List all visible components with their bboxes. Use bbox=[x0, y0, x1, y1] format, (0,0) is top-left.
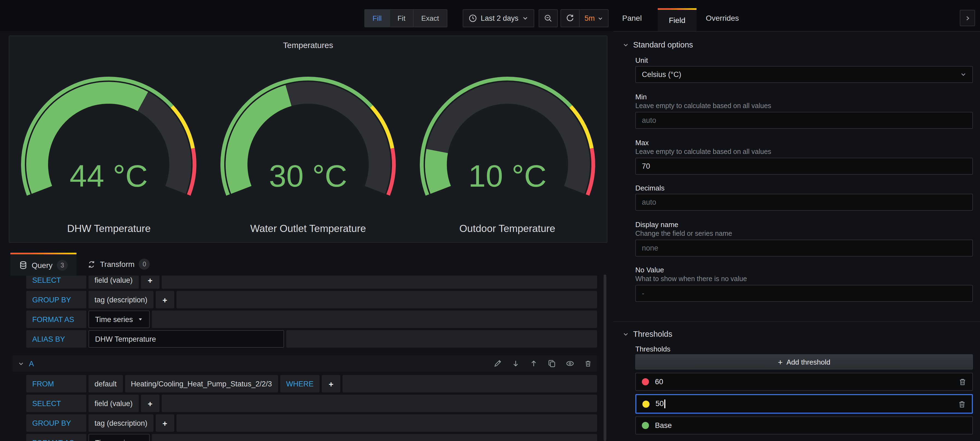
select-field-part[interactable]: field (value) bbox=[89, 395, 139, 412]
temperatures-panel: Temperatures 44 °C DHW Temperature 30 °C… bbox=[9, 35, 608, 243]
add-threshold-button[interactable]: + Add threshold bbox=[635, 354, 973, 370]
display-mode-exact[interactable]: Exact bbox=[414, 10, 447, 27]
row-filler bbox=[162, 395, 597, 412]
query-a-header[interactable]: A bbox=[13, 355, 597, 372]
min-input[interactable] bbox=[635, 112, 973, 129]
add-group-by-part-button[interactable]: + bbox=[156, 414, 174, 432]
threshold-color-dot[interactable] bbox=[642, 422, 649, 429]
row-filler bbox=[152, 311, 597, 328]
tab-panel[interactable]: Panel bbox=[622, 9, 642, 27]
format-as-value: Time series bbox=[95, 439, 133, 441]
gauge-water-outlet: 30 °C Water Outlet Temperature bbox=[208, 69, 407, 235]
unit-label: Unit bbox=[635, 56, 648, 64]
tab-overrides[interactable]: Overrides bbox=[706, 9, 739, 27]
clock-icon bbox=[469, 14, 477, 22]
alias-by-keyword: ALIAS BY bbox=[26, 330, 86, 348]
tab-transform[interactable]: Transform 0 bbox=[88, 253, 150, 276]
transform-tab-label: Transform bbox=[100, 260, 135, 268]
time-range-picker[interactable]: Last 2 days bbox=[463, 9, 534, 27]
datasource-policy[interactable]: default bbox=[89, 375, 123, 392]
eye-icon[interactable] bbox=[566, 360, 574, 367]
text-cursor bbox=[664, 400, 665, 408]
section-divider bbox=[614, 322, 980, 322]
add-select-part-button[interactable]: + bbox=[141, 276, 159, 289]
query-row-format-as: FORMAT AS Time series bbox=[26, 311, 597, 328]
add-threshold-label: Add threshold bbox=[787, 358, 830, 366]
measurement[interactable]: Heating/Cooling_Heat_Pump_Status_2/2/3 bbox=[125, 375, 278, 392]
zoom-out-button[interactable] bbox=[539, 9, 558, 27]
chevron-down-icon bbox=[623, 42, 629, 48]
gauges-row: 44 °C DHW Temperature 30 °C Water Outlet… bbox=[9, 69, 607, 235]
gauge-arc: 10 °C bbox=[409, 69, 606, 222]
arrow-down-icon[interactable] bbox=[512, 360, 520, 367]
decimals-input[interactable] bbox=[635, 194, 973, 211]
threshold-value-input[interactable]: 50 bbox=[655, 400, 665, 409]
format-as-keyword: FORMAT AS bbox=[26, 434, 86, 441]
add-where-condition-button[interactable]: + bbox=[322, 375, 340, 392]
gauge-value: 10 °C bbox=[468, 159, 546, 193]
transform-icon bbox=[88, 260, 95, 268]
no-value-input[interactable] bbox=[635, 285, 973, 302]
magnifier-minus-icon bbox=[544, 14, 552, 22]
display-mode-fit[interactable]: Fit bbox=[390, 10, 414, 27]
display-mode-switch: Fill Fit Exact bbox=[364, 9, 447, 27]
format-as-select[interactable]: Time series bbox=[89, 311, 150, 328]
row-filler bbox=[286, 330, 597, 348]
add-group-by-part-button[interactable]: + bbox=[156, 291, 174, 308]
query-row-alias-by: ALIAS BY bbox=[26, 330, 597, 348]
threshold-value[interactable]: 60 bbox=[655, 378, 663, 386]
query-row-group-by: GROUP BY tag (description) + bbox=[26, 291, 597, 308]
standard-options-title: Standard options bbox=[633, 40, 693, 49]
add-select-part-button[interactable]: + bbox=[141, 395, 159, 412]
display-mode-fill[interactable]: Fill bbox=[365, 10, 390, 27]
refresh-interval-label: 5m bbox=[584, 14, 595, 22]
alias-by-input[interactable] bbox=[89, 330, 284, 348]
threshold-color-dot[interactable] bbox=[643, 400, 649, 408]
group-by-tag-part[interactable]: tag (description) bbox=[89, 291, 153, 308]
format-as-value: Time series bbox=[95, 315, 133, 324]
group-by-tag-part[interactable]: tag (description) bbox=[89, 414, 153, 432]
trash-icon[interactable] bbox=[959, 378, 966, 386]
arrow-up-icon[interactable] bbox=[530, 360, 538, 367]
display-name-label: Display name bbox=[635, 220, 678, 229]
select-keyword: SELECT bbox=[26, 395, 86, 412]
query-row-select: SELECT field (value) + bbox=[26, 276, 597, 289]
select-field-part[interactable]: field (value) bbox=[89, 276, 139, 289]
tab-field[interactable]: Field bbox=[658, 8, 697, 32]
unit-value: Celsius (°C) bbox=[642, 70, 681, 79]
copy-icon[interactable] bbox=[548, 360, 555, 367]
trash-icon[interactable] bbox=[584, 360, 592, 367]
group-by-keyword: GROUP BY bbox=[26, 291, 86, 308]
chevron-down-icon bbox=[598, 16, 603, 21]
panel-title: Temperatures bbox=[9, 36, 607, 50]
chevron-right-icon bbox=[964, 15, 970, 21]
gauge-label: DHW Temperature bbox=[67, 223, 151, 235]
tab-query[interactable]: Query 3 bbox=[10, 253, 76, 276]
display-name-input[interactable] bbox=[635, 240, 973, 257]
options-pane-splitter[interactable] bbox=[604, 274, 606, 441]
query-row-group-by: GROUP BY tag (description) + bbox=[26, 414, 597, 432]
thresholds-label: Thresholds bbox=[635, 345, 671, 353]
grafana-panel-editor: Fill Fit Exact Last 2 days bbox=[0, 0, 980, 441]
gauge-arc: 44 °C bbox=[11, 69, 207, 222]
query-row-from: FROM default Heating/Cooling_Heat_Pump_S… bbox=[26, 375, 597, 392]
display-name-description: Change the field or series name bbox=[635, 230, 732, 238]
refresh-button[interactable] bbox=[561, 10, 579, 27]
group-by-keyword: GROUP BY bbox=[26, 414, 86, 432]
refresh-interval-dropdown[interactable]: 5m bbox=[579, 10, 608, 27]
threshold-color-dot[interactable] bbox=[642, 378, 649, 385]
max-input[interactable] bbox=[635, 158, 973, 174]
edit-icon[interactable] bbox=[494, 360, 501, 367]
transform-count-badge: 0 bbox=[139, 259, 150, 270]
format-as-select[interactable]: Time series bbox=[89, 434, 150, 441]
row-filler bbox=[177, 291, 597, 308]
collapse-options-pane-button[interactable] bbox=[960, 10, 975, 26]
standard-options-header[interactable]: Standard options bbox=[623, 40, 693, 49]
select-keyword: SELECT bbox=[26, 276, 86, 289]
chevron-down-icon bbox=[138, 317, 143, 322]
threshold-row-base: Base bbox=[635, 416, 973, 435]
trash-icon[interactable] bbox=[958, 400, 966, 408]
row-filler bbox=[162, 276, 597, 289]
thresholds-header[interactable]: Thresholds bbox=[623, 330, 672, 338]
unit-select[interactable]: Celsius (°C) bbox=[635, 66, 973, 83]
